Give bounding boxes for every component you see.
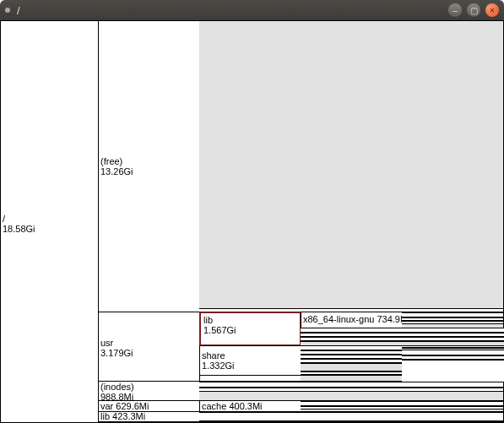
cell-var-cache-name: cache 400.3Mi xyxy=(202,401,263,411)
cell-usr-lib-name: lib xyxy=(203,315,236,325)
cell-inodes-name: (inodes) xyxy=(100,382,134,392)
cell-free-children[interactable] xyxy=(199,20,504,312)
cell-var-cache[interactable]: cache 400.3Mi xyxy=(199,400,301,412)
cell-x86-name: x86_64-linux-gnu 734.9M xyxy=(303,314,403,324)
app-indicator-icon xyxy=(5,8,10,13)
cell-usr-share-size: 1.332Gi xyxy=(202,361,235,371)
cell-inodes-children[interactable] xyxy=(199,381,504,401)
cell-usr-extra[interactable] xyxy=(199,375,301,382)
cell-usr-lib[interactable]: lib 1.567Gi xyxy=(199,312,301,346)
cell-var-cache-children[interactable] xyxy=(301,400,504,412)
cell-usr-share-name: share xyxy=(202,350,235,361)
cell-usr-share[interactable]: share 1.332Gi xyxy=(199,345,301,376)
cell-x86[interactable]: x86_64-linux-gnu 734.9M xyxy=(301,312,403,328)
titlebar: / – ▢ × xyxy=(0,0,504,20)
cell-deep-stripes[interactable] xyxy=(402,345,504,382)
cell-var-name: var 629.6Mi xyxy=(100,401,149,411)
cell-x86-children[interactable] xyxy=(402,312,504,328)
cell-usr-name: usr xyxy=(100,338,133,348)
maximize-button[interactable]: ▢ xyxy=(467,3,480,17)
cell-lib2-name: lib 423.3Mi xyxy=(100,411,145,421)
minimize-button[interactable]: – xyxy=(448,3,462,17)
cell-free-size: 13.26Gi xyxy=(100,166,133,176)
cell-usr-size: 3.179Gi xyxy=(100,348,133,358)
cell-inodes[interactable]: (inodes) 988.8Mi xyxy=(98,381,200,401)
window-title: / xyxy=(17,4,20,17)
cell-usr-lib-size: 1.567Gi xyxy=(203,325,236,335)
cell-var[interactable]: var 629.6Mi xyxy=(98,400,200,412)
treemap-content: / 18.58Gi (free) 13.26Gi usr 3.179Gi (in… xyxy=(0,20,504,423)
cell-free[interactable]: (free) 13.26Gi xyxy=(98,20,200,312)
cell-free-name: (free) xyxy=(100,156,133,166)
cell-usr-lib-stripes[interactable] xyxy=(301,328,504,346)
cell-usr[interactable]: usr 3.179Gi xyxy=(98,312,200,382)
close-button[interactable]: × xyxy=(485,3,499,17)
cell-root-name: / xyxy=(3,214,35,224)
cell-root-size: 18.58Gi xyxy=(3,224,35,234)
cell-root[interactable]: / 18.58Gi xyxy=(0,20,99,423)
